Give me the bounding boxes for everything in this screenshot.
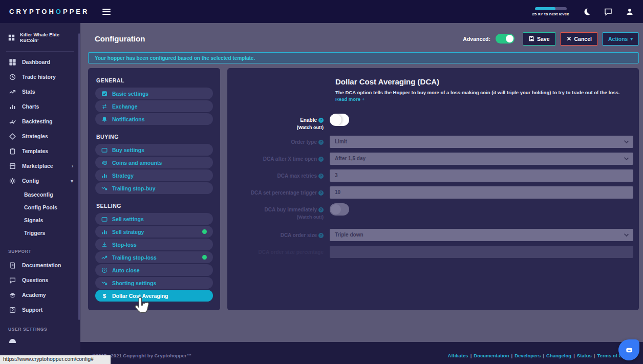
sidebar-item-signals[interactable]: Signals: [0, 214, 80, 227]
chat-support-widget[interactable]: [618, 339, 639, 360]
book-icon: [9, 262, 16, 269]
read-more-link[interactable]: Read more +: [335, 96, 365, 102]
help-icon[interactable]: ?: [318, 140, 324, 145]
cancel-button[interactable]: Cancel: [560, 32, 598, 46]
diamond-icon: [9, 133, 16, 140]
advanced-label: Advanced:: [463, 36, 490, 42]
dca-description: The DCA option tells the Hopper to buy m…: [335, 90, 632, 103]
chevron-right-icon: ›: [72, 163, 73, 169]
dca-order-size-select[interactable]: Triple down: [330, 229, 633, 241]
menu-item-dollar-cost-averaging[interactable]: $Dollar Cost Averaging: [95, 290, 213, 302]
help-icon[interactable]: ?: [318, 190, 324, 196]
actions-dropdown-button[interactable]: Actions▾: [602, 32, 639, 46]
dca-max-retries-input[interactable]: [330, 169, 633, 182]
partial-user-icon: [9, 339, 80, 343]
sidebar-item-templates[interactable]: Templates: [0, 144, 80, 159]
menu-item-trailing-stop-buy[interactable]: Trailing stop-buy: [95, 182, 213, 194]
help-icon[interactable]: ?: [318, 157, 324, 162]
top-bar: CRYPTOHOPPER 25 XP to next level!: [0, 0, 643, 23]
clipboard-icon: [9, 148, 16, 155]
check-square-icon: [101, 91, 108, 97]
menu-item-shorting-settings[interactable]: Shorting settings: [95, 277, 213, 289]
sidebar-item-triggers[interactable]: Triggers: [0, 227, 80, 240]
footer: ©2017 - 2021 Copyright by Cryptohopper™ …: [80, 342, 643, 364]
help-icon[interactable]: ?: [318, 118, 324, 123]
sidebar-item-charts[interactable]: Charts: [0, 99, 80, 114]
dca-after-time-select[interactable]: After 1,5 day: [330, 153, 633, 165]
double-check-icon: [9, 118, 16, 125]
dca-enable-toggle[interactable]: [330, 114, 349, 126]
dca-order-size-percentage-input[interactable]: [330, 246, 633, 258]
menu-item-auto-close[interactable]: Auto close: [95, 264, 213, 276]
dca-settings-panel: Dollar Cost Averaging (DCA) The DCA opti…: [227, 68, 639, 310]
hopper-selector[interactable]: Killer Whale Elite KuCoin’: [0, 23, 80, 51]
xp-progress-track: [535, 7, 567, 10]
messages-icon[interactable]: [604, 8, 612, 16]
footer-link-changelog[interactable]: Changelog: [546, 353, 571, 358]
menu-item-coins-and-amounts[interactable]: Coins and amounts: [95, 157, 213, 168]
dollar-icon: $: [101, 293, 108, 299]
dca-buy-immediately-toggle[interactable]: [330, 203, 349, 216]
sidebar-item-stats[interactable]: Stats: [0, 84, 80, 99]
sidebar-item-strategies[interactable]: Strategies: [0, 129, 80, 144]
help-icon[interactable]: ?: [318, 233, 324, 238]
user-settings-section-header: USER SETTINGS: [0, 317, 80, 336]
sidebar-item-questions[interactable]: Questions: [0, 273, 80, 288]
sidebar-scrollbar[interactable]: [78, 33, 80, 320]
menu-item-sell-settings[interactable]: Sell settings: [95, 213, 213, 225]
sidebar-item-documentation[interactable]: Documentation: [0, 258, 80, 273]
order-type-select[interactable]: Limit: [330, 136, 633, 148]
footer-link-status[interactable]: Status: [577, 353, 592, 358]
sidebar-item-trade-history[interactable]: Trade history: [0, 70, 80, 84]
dca-percentage-trigger-input[interactable]: [330, 186, 633, 199]
sidebar-item-marketplace[interactable]: Marketplace›: [0, 159, 80, 174]
browser-status-bar: https://www.cryptohopper.com/config#: [0, 355, 111, 364]
advanced-toggle[interactable]: [496, 34, 515, 44]
stats-trend-icon: [9, 89, 16, 95]
dca-buy-immediately-label: DCA buy immediately?(Watch out!): [227, 203, 330, 221]
footer-link-affiliates[interactable]: Affiliates: [448, 353, 468, 358]
sidebar-item-academy[interactable]: Academy: [0, 288, 80, 303]
section-title-selling: SELLING: [96, 203, 212, 209]
save-button[interactable]: Save: [523, 32, 556, 46]
sidebar-item-backtesting[interactable]: Backtesting: [0, 114, 80, 129]
info-banner-text: Your hopper has been configured based on…: [95, 55, 255, 61]
sidebar-item-dashboard[interactable]: Dashboard: [0, 55, 80, 70]
help-icon[interactable]: ?: [318, 174, 324, 179]
footer-link-documentation[interactable]: Documentation: [474, 353, 509, 358]
user-account-icon[interactable]: [626, 8, 634, 16]
menu-item-sell-strategy[interactable]: Sell strategy: [95, 226, 213, 238]
dca-after-time-label: DCA after X time open?: [227, 153, 330, 163]
graduation-cap-icon: [9, 292, 16, 298]
question-square-icon: [9, 307, 16, 313]
menu-item-stop-loss[interactable]: Stop-loss: [95, 239, 213, 250]
menu-item-exchange[interactable]: Exchange: [95, 100, 213, 112]
enable-label: Enable?(Watch out!): [227, 114, 330, 131]
menu-item-strategy[interactable]: Strategy: [95, 169, 213, 181]
enable-warning: (Watch out!): [297, 125, 324, 130]
sidebar-item-config-pools[interactable]: Config Pools: [0, 201, 80, 214]
dca-percentage-trigger-label: DCA set percentage trigger?: [227, 186, 330, 197]
menu-item-notifications[interactable]: Notifications: [95, 113, 213, 125]
sidebar-item-config[interactable]: Config▾: [0, 174, 80, 188]
cryptohopper-logo: CRYPTOHOPPER: [9, 8, 89, 15]
page-title: Configuration: [95, 34, 145, 43]
info-banner: Your hopper has been configured based on…: [88, 52, 639, 63]
dca-panel-title: Dollar Cost Averaging (DCA): [335, 77, 639, 86]
hamburger-menu-icon[interactable]: [102, 7, 111, 16]
footer-link-developers[interactable]: Developers: [515, 353, 541, 358]
bell-icon: [101, 116, 108, 122]
help-icon[interactable]: ?: [318, 207, 324, 212]
dark-mode-moon-icon[interactable]: [583, 8, 591, 16]
menu-item-basic-settings[interactable]: Basic settings: [95, 88, 213, 99]
chevron-down-icon: [624, 139, 629, 143]
sidebar-item-baseconfig[interactable]: Baseconfig: [0, 188, 80, 201]
menu-item-buy-settings[interactable]: Buy settings: [95, 144, 213, 156]
config-menu-panel: GENERAL Basic settings Exchange Notifica…: [88, 68, 220, 310]
sidebar-item-support[interactable]: Support: [0, 303, 80, 317]
swap-arrows-icon: [101, 103, 108, 110]
xp-progress-fill: [535, 7, 555, 10]
menu-item-trailing-stop-loss[interactable]: Trailing stop-loss: [95, 251, 213, 263]
chevron-down-icon: [624, 232, 629, 237]
chat-bubble-icon: [9, 277, 16, 284]
